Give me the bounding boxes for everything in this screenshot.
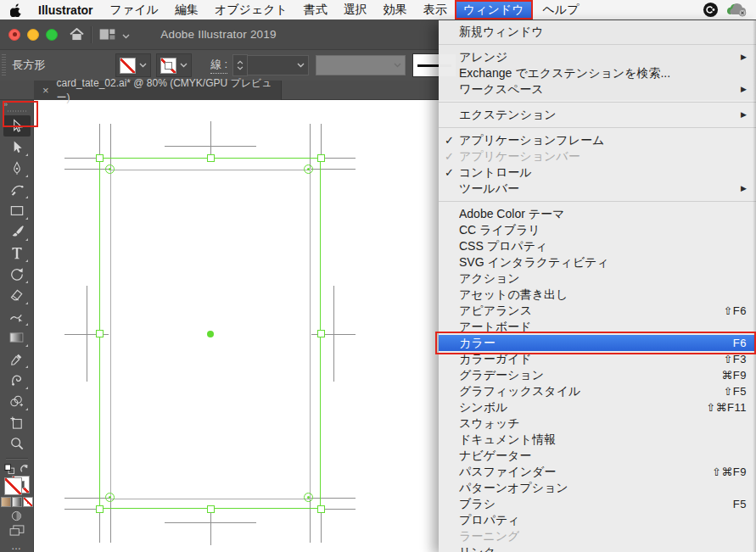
direct-selection-tool[interactable] <box>3 137 31 158</box>
apple-menu-icon[interactable] <box>10 3 23 17</box>
fill-swatch[interactable] <box>4 477 22 495</box>
mini-fill-stroke-icon[interactable] <box>4 464 15 475</box>
fill-none-swatch[interactable] <box>120 58 136 74</box>
paintbrush-tool[interactable] <box>3 221 31 243</box>
more-tools-icon[interactable]: … <box>11 540 22 552</box>
menu-item-svg[interactable]: SVG インタラクティビティ <box>439 254 756 270</box>
menu-item-[interactable]: プロパティ <box>439 512 756 528</box>
fill-color-control[interactable] <box>115 53 151 77</box>
menu-item-[interactable]: ブラシF5 <box>439 496 756 512</box>
rotate-tool[interactable] <box>3 264 31 285</box>
color-button[interactable] <box>1 497 11 507</box>
rectangle-tool[interactable] <box>3 200 31 221</box>
menu-item-exchange[interactable]: Exchange でエクステンションを検索... <box>439 65 756 81</box>
menu-item-[interactable]: ナビゲーター <box>439 448 756 464</box>
eyedropper-tool[interactable] <box>3 348 31 370</box>
document-tab[interactable]: × card_tate_02.ai* @ 80% (CMYK/GPU プレビュー… <box>34 81 282 100</box>
menubar-item-1[interactable]: ファイル <box>110 3 159 18</box>
sync-status-icon[interactable] <box>727 3 748 17</box>
menubar-item-6[interactable]: 効果 <box>384 3 407 18</box>
artboard-tool[interactable] <box>3 412 31 433</box>
menu-item-[interactable]: シンボル⇧⌘F11 <box>439 399 756 415</box>
selection-handle[interactable] <box>207 505 215 513</box>
menubar-item-7[interactable]: 表示 <box>423 3 447 18</box>
draw-mode-icon[interactable] <box>8 510 26 521</box>
selection-tool[interactable] <box>3 115 31 137</box>
stroke-weight-field[interactable] <box>248 55 309 75</box>
menubar-item-0[interactable]: Illustrator <box>38 3 93 17</box>
shape-builder-tool[interactable] <box>3 391 31 412</box>
menubar-item-3[interactable]: オブジェクト <box>215 3 288 18</box>
menu-item-[interactable]: パターンオプション <box>439 480 756 496</box>
menu-item-cc[interactable]: CC ライブラリ <box>439 222 756 238</box>
close-tab-icon[interactable]: × <box>42 84 49 97</box>
fill-stroke-indicator[interactable] <box>4 477 30 493</box>
menu-item-[interactable]: グラフィックスタイル⇧F5 <box>439 383 756 399</box>
screen-mode-icon[interactable] <box>8 525 26 536</box>
gradient-tool[interactable] <box>3 327 31 348</box>
selection-handle[interactable] <box>96 154 104 162</box>
menubar-item-2[interactable]: 編集 <box>175 3 199 18</box>
menu-item-[interactable]: ドキュメント情報 <box>439 432 756 448</box>
menu-item-adobe-color[interactable]: Adobe Color テーマ <box>439 206 756 222</box>
live-corner-widget[interactable] <box>304 164 313 174</box>
menu-item-[interactable]: ワークスペース▶ <box>439 81 756 98</box>
menu-item-[interactable]: スウォッチ <box>439 415 756 432</box>
creative-cloud-icon[interactable] <box>703 2 719 18</box>
puppet-warp-tool[interactable] <box>3 370 31 391</box>
selection-handle[interactable] <box>207 154 215 162</box>
menu-item-[interactable]: アクション <box>439 270 756 287</box>
gradient-button[interactable] <box>12 497 22 507</box>
pen-tool[interactable] <box>3 158 31 179</box>
menu-item-[interactable]: アートボード <box>439 319 756 335</box>
live-corner-widget[interactable] <box>105 493 115 502</box>
selection-handle[interactable] <box>317 505 325 513</box>
none-button[interactable] <box>23 497 33 507</box>
menu-item-label: シンボル <box>459 399 507 415</box>
menu-item-[interactable]: パスファインダー⇧⌘F9 <box>439 464 756 480</box>
eraser-tool[interactable] <box>3 285 31 306</box>
stroke-weight-stepper[interactable] <box>232 54 248 76</box>
live-corner-widget[interactable] <box>304 493 313 502</box>
panel-grip[interactable] <box>2 54 6 76</box>
selection-center-point[interactable] <box>207 331 214 337</box>
menu-item-[interactable]: アピアランス⇧F6 <box>439 303 756 319</box>
toolbar-expand-icon[interactable]: » <box>0 100 8 108</box>
menubar-item-9[interactable]: ヘルプ <box>543 3 580 18</box>
menu-item-css[interactable]: CSS プロパティ <box>439 238 756 254</box>
checkmark-icon: ✓ <box>445 132 454 148</box>
curvature-tool[interactable] <box>3 179 31 200</box>
menu-item-[interactable]: ✓アプリケーションフレーム <box>439 132 756 148</box>
menu-item-[interactable]: エクステンション▶ <box>439 107 756 123</box>
menubar-item-4[interactable]: 書式 <box>304 3 328 18</box>
menu-item-[interactable]: カラーガイド⇧F3 <box>439 351 756 367</box>
menu-item-[interactable]: ✓コントロール <box>439 164 756 181</box>
stroke-none-swatch[interactable] <box>160 58 176 74</box>
selection-handle[interactable] <box>317 154 325 162</box>
menubar-item-8[interactable]: ウィンドウ <box>455 0 533 20</box>
chevron-down-icon[interactable] <box>122 27 130 42</box>
menu-item-[interactable]: グラデーション⌘F9 <box>439 367 756 383</box>
menu-item-[interactable]: カラーF6 <box>439 335 756 351</box>
zoom-tool[interactable] <box>3 433 31 454</box>
menu-item-[interactable]: ツールバー▶ <box>439 181 756 197</box>
home-icon[interactable] <box>70 28 84 41</box>
menu-item-[interactable]: アセットの書き出し <box>439 287 756 303</box>
shaper-tool[interactable] <box>3 306 31 327</box>
menu-item-[interactable]: アレンジ▶ <box>439 49 756 65</box>
live-corner-widget[interactable] <box>105 164 115 174</box>
swap-fill-stroke-icon[interactable] <box>20 465 30 474</box>
layout-icon[interactable] <box>99 29 115 40</box>
selection-handle[interactable] <box>96 505 104 513</box>
close-window-button[interactable] <box>8 29 20 41</box>
toolbar-grip[interactable] <box>8 110 26 112</box>
menubar-item-5[interactable]: 選択 <box>344 3 367 18</box>
menu-item-[interactable]: リンク <box>439 544 756 552</box>
stroke-color-control[interactable] <box>156 53 192 77</box>
menu-item-[interactable]: 新規ウィンドウ <box>439 24 756 40</box>
zoom-window-button[interactable] <box>46 29 58 41</box>
selection-handle[interactable] <box>96 330 104 337</box>
selection-handle[interactable] <box>317 330 325 337</box>
type-tool[interactable] <box>3 243 31 264</box>
minimize-window-button[interactable] <box>27 29 39 41</box>
